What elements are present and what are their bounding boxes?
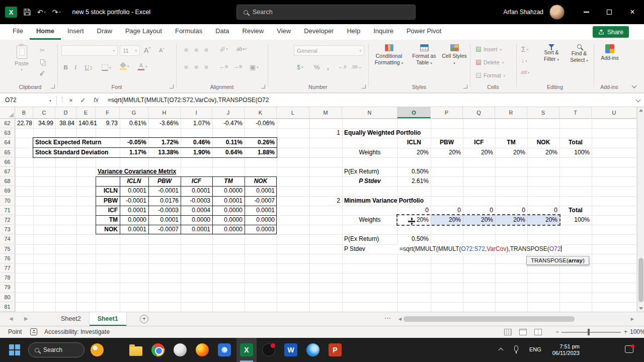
cell-G70[interactable]: -0.0001 [120,196,148,206]
column-header-O[interactable]: O [397,107,431,118]
zoom-slider[interactable] [561,332,621,333]
cell-K64[interactable]: 0.26% [245,138,277,147]
column-header-H[interactable]: H [148,107,181,118]
row-header-75[interactable]: 75 [0,244,15,254]
taskbar-item-word[interactable]: W [281,338,301,362]
underline-button[interactable]: U▾ [85,63,92,71]
cell-styles-button[interactable]: Cell Styles ▾ [442,44,467,65]
share-button[interactable]: Share [593,26,629,38]
vertical-scrollbar-thumb[interactable] [638,258,643,302]
cell-N63[interactable]: Equally Weighted Portfolio [344,128,421,138]
font-dialog-launcher-icon[interactable] [170,84,174,88]
font-name-combobox[interactable]: ▾ [61,45,118,56]
cell-F69[interactable]: ICLN [96,186,120,196]
column-header-C[interactable]: C [33,107,55,118]
number-dialog-launcher-icon[interactable] [362,84,366,88]
cell-I65[interactable]: 1.90% [181,148,212,157]
cell-I62[interactable]: 1.07% [181,119,212,128]
ribbon-tab-insert[interactable]: Insert [61,24,91,40]
orientation-button[interactable]: ab▾ [219,46,228,52]
grow-font-button[interactable]: Aˆ [144,46,151,54]
cell-M70[interactable]: 2 [309,196,342,206]
zoom-out-button[interactable]: − [555,328,559,335]
cell-G69[interactable]: 0.0001 [120,186,148,196]
cell-Q65[interactable]: 20% [463,148,495,157]
zoom-level[interactable]: 100% [630,328,644,335]
language-indicator[interactable]: ENG [529,346,541,352]
start-button[interactable] [9,344,20,355]
wrap-text-button[interactable]: ab↩ [236,46,247,52]
cell-K72[interactable]: 0.0000 [245,215,277,225]
ribbon-tab-file[interactable]: File [6,24,30,40]
cell-I64[interactable]: 0.46% [181,138,212,147]
confirm-formula-icon[interactable]: ✓ [77,94,89,107]
cell-K73[interactable]: 0.0003 [245,225,277,234]
cell-T71[interactable]: Total [559,206,592,215]
cell-F72[interactable]: TM [96,215,120,225]
cell-K71[interactable]: 0.0001 [245,206,277,215]
row-header-76[interactable]: 76 [0,254,15,263]
scroll-down-icon[interactable] [639,307,643,310]
cell-T64[interactable]: Total [559,138,592,147]
ribbon-tab-page-layout[interactable]: Page Layout [119,24,169,40]
row-header-70[interactable]: 70 [0,196,15,206]
cell-H69[interactable]: -0.0001 [148,186,181,196]
row-header-79[interactable]: 79 [0,283,15,292]
cell-C62[interactable]: 34.99 [33,119,55,128]
undo-button[interactable]: ↶▾ [37,8,46,16]
zoom-in-button[interactable]: + [624,328,627,335]
cell-N67[interactable]: P(Ex Return) [344,167,379,176]
widgets-icon[interactable] [91,343,104,356]
increase-indent-icon[interactable]: →≡ [233,63,242,69]
cell-I72[interactable]: 0.0000 [181,215,212,225]
format-as-table-button[interactable]: Format as Table ▾ [409,44,440,65]
cell-G62[interactable]: 0.61% [120,119,148,128]
horizontal-scrollbar-thumb[interactable] [404,316,575,322]
cell-G64[interactable]: -0.05% [120,138,148,147]
page-layout-view-button[interactable] [519,329,527,335]
formula-bar-expand-icon[interactable] [636,98,641,103]
cell-R65[interactable]: 20% [495,148,527,157]
ribbon-tab-power-pivot[interactable]: Power Pivot [400,24,448,40]
name-box[interactable]: O72 [0,94,48,107]
column-header-U[interactable]: U [592,107,637,118]
cell-C64[interactable]: Stock Expected Return [35,138,101,147]
accounting-format-button[interactable]: $▾ [297,63,303,71]
cell-N74[interactable]: P(Ex Return) [344,234,379,244]
cell-H70[interactable]: 0.0176 [148,196,181,206]
user-avatar[interactable] [549,5,565,20]
cell-J65[interactable]: 0.64% [212,148,245,157]
fill-color-button[interactable]: ▾ [120,62,129,70]
cell-I73[interactable]: 0.0001 [181,225,212,234]
cell-S65[interactable]: 20% [527,148,559,157]
column-header-L[interactable]: L [277,107,309,118]
cell-M63[interactable]: 1 [309,128,342,138]
cell-F67[interactable]: Variance Covariance Metrix [98,167,176,176]
clear-button[interactable]: ▾ [521,68,530,76]
column-header-M[interactable]: M [309,107,342,118]
taskbar-item-powerpoint[interactable]: P [325,338,345,362]
scroll-left-icon[interactable]: ◀ [398,317,401,321]
insert-function-icon[interactable]: fx [91,94,102,107]
cell-R64[interactable]: TM [495,138,527,147]
cell-Q64[interactable]: ICF [463,138,495,147]
cell-F62[interactable]: 9.73 [96,119,120,128]
row-header-73[interactable]: 73 [0,225,15,234]
normal-view-button[interactable] [504,329,512,335]
align-left-icon[interactable]: ≡ [181,63,191,71]
cell-J64[interactable]: 0.11% [212,138,245,147]
alignment-dialog-launcher-icon[interactable] [261,84,265,88]
taskbar-item-app3[interactable] [259,338,279,362]
zoom-slider-thumb[interactable] [588,329,590,335]
taskbar-item-app4[interactable] [303,338,323,362]
titlebar-search[interactable]: Search [236,5,416,20]
cell-H72[interactable]: 0.0001 [148,215,181,225]
row-header-64[interactable]: 64 [0,138,15,147]
ribbon-tab-home[interactable]: Home [30,24,61,40]
conditional-formatting-button[interactable]: Conditional Formatting ▾ [371,44,407,65]
cell-J73[interactable]: 0.0000 [212,225,245,234]
sheet-nav-left-icon[interactable]: ◀ [9,316,13,321]
find-select-button[interactable]: Find & Select ▾ [567,44,592,63]
tray-expand-icon[interactable] [499,348,504,353]
row-header-80[interactable]: 80 [0,293,15,302]
